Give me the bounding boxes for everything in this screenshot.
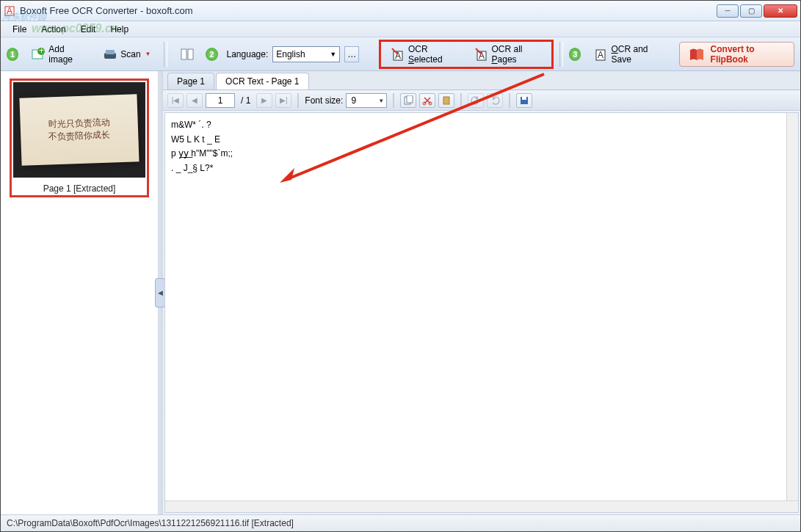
tab-page1[interactable]: Page 1 [167,73,214,90]
ocr-all-label: OCR all Pages [492,44,542,65]
splitter-grip[interactable]: ◀ [155,278,165,307]
next-page-button[interactable]: ▶ [256,93,272,108]
titlebar: A Boxoft Free OCR Converter - boxoft.com… [1,1,800,21]
horizontal-scrollbar[interactable] [165,500,798,512]
toolbar-separator-2 [559,42,564,67]
language-label: Language: [227,49,269,59]
ocr-selected-label: OCR Selected [408,44,457,65]
chevron-down-icon: ▼ [330,51,336,58]
ocr-all-icon: A [474,47,489,62]
window-title: Boxoft Free OCR Converter - boxoft.com [20,5,717,16]
svg-rect-6 [106,50,115,54]
thumbnail-label: Page 1 [Extracted] [43,183,116,194]
font-size-label: Font size: [305,95,343,106]
menu-help[interactable]: Help [103,23,136,36]
convert-flipbook-label: Convert to FlipBook [711,44,785,65]
annotation-highlight-box: A OCR Selected A OCR all Pages [379,40,554,69]
svg-rect-16 [407,95,413,103]
splitter[interactable]: ◀ [159,71,163,514]
scan-label: Scan [120,49,140,59]
svg-text:A: A [598,50,604,60]
language-select[interactable]: English ▼ [272,46,340,62]
ocr-save-icon: A [593,47,608,62]
svg-rect-7 [181,49,186,59]
add-image-button[interactable]: + Add image [24,42,92,67]
scan-button[interactable]: Scan ▼ [96,42,157,67]
step-badge-2: 2 [206,48,217,61]
layout-button[interactable] [173,42,201,67]
undo-button[interactable] [468,93,484,108]
svg-rect-8 [188,49,193,59]
font-size-value: 9 [351,95,356,106]
step-badge-1: 1 [7,48,18,61]
app-icon: A [4,5,15,17]
ocr-and-save-button[interactable]: A OCR and Save [587,42,670,67]
page-total-label: / 1 [238,95,253,106]
prev-page-button[interactable]: ◀ [186,93,203,108]
toolbar: 1 + Add image Scan ▼ 2 Language: English… [1,37,800,71]
cut-button[interactable] [419,93,435,108]
redo-button[interactable] [487,93,503,108]
tab-ocr-text[interactable]: OCR Text - Page 1 [216,73,309,90]
menu-edit[interactable]: Edit [73,23,104,36]
add-image-label: Add image [48,44,85,65]
ocr-all-pages-button[interactable]: A OCR all Pages [468,42,548,67]
status-path: C:\ProgramData\Boxoft\PdfOcr\Images\1311… [7,518,294,528]
pager-toolbar: |◀ ◀ / 1 ▶ ▶| Font size: 9 [163,90,800,111]
save-text-button[interactable] [516,93,532,108]
first-page-button[interactable]: |◀ [167,93,184,108]
convert-flipbook-button[interactable]: Convert to FlipBook [679,42,794,67]
svg-text:A: A [7,6,12,16]
tab-strip: Page 1 OCR Text - Page 1 [163,71,800,90]
ocr-text-area[interactable]: m&W* ´. ? W5 L K t _ E p y͟y͟ h"M""$`m;;… [164,112,799,513]
minimize-button[interactable]: ─ [717,4,739,18]
thumbnail-note-content: 时光只负责流动 不负责陪你成长 [19,94,139,166]
scan-dropdown-arrow: ▼ [145,51,151,57]
font-size-select[interactable]: 9 [346,93,387,108]
copy-button[interactable] [400,93,416,108]
ocr-text-content: m&W* ´. ? W5 L K t _ E p y͟y͟ h"M""$`m;;… [171,120,233,173]
language-more-button[interactable]: … [344,46,359,62]
svg-rect-21 [522,97,526,100]
ocr-selected-icon: A [391,47,405,62]
svg-text:+: + [39,47,44,56]
scanner-icon [103,47,117,62]
statusbar: C:\ProgramData\Boxoft\PdfOcr\Images\1311… [1,514,800,531]
content-pane: Page 1 OCR Text - Page 1 |◀ ◀ / 1 ▶ ▶| F… [163,71,800,514]
last-page-button[interactable]: ▶| [275,93,291,108]
thumbnail-sidebar: 时光只负责流动 不负责陪你成长 Page 1 [Extracted] [1,71,159,514]
close-button[interactable]: ✕ [764,4,797,18]
main-area: 时光只负责流动 不负责陪你成长 Page 1 [Extracted] ◀ Pag… [1,71,800,514]
menu-action[interactable]: Action [34,23,73,36]
paste-button[interactable] [438,93,454,108]
step-badge-3: 3 [569,48,581,61]
menu-file[interactable]: File [5,23,34,36]
toolbar-separator-1 [164,42,168,67]
ocr-selected-button[interactable]: A OCR Selected [384,42,463,67]
menubar: File Action Edit Help [1,21,800,37]
page-number-input[interactable] [206,93,235,108]
ocr-and-save-label: OCR and Save [611,44,663,65]
maximize-button[interactable]: ▢ [740,4,762,18]
svg-rect-19 [443,97,449,104]
page-thumbnail[interactable]: 时光只负责流动 不负责陪你成长 Page 1 [Extracted] [10,79,149,197]
flipbook-icon [689,47,705,62]
vertical-scrollbar[interactable] [786,113,798,500]
layout-icon [180,47,195,62]
add-image-icon: + [31,47,46,62]
thumbnail-image: 时光只负责流动 不负责陪你成长 [13,82,145,178]
language-value: English [276,49,305,59]
